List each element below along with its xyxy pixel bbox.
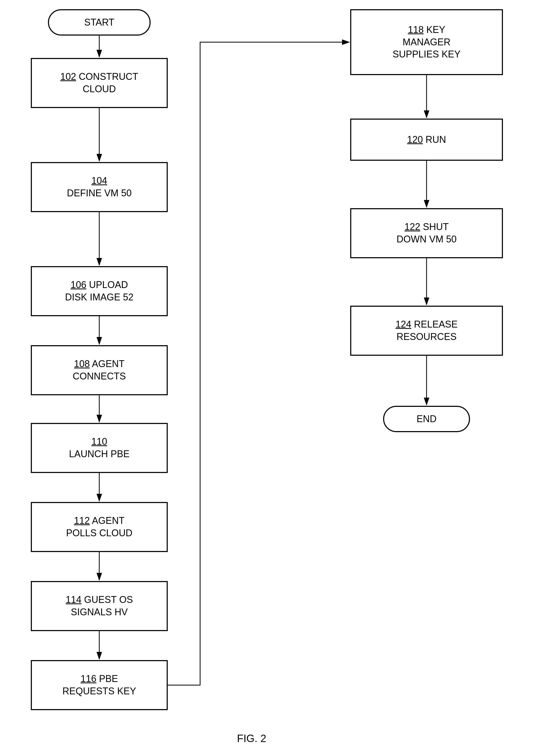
- node-104: 104 DEFINE VM 50: [31, 162, 168, 212]
- node-106-num: 106: [71, 279, 86, 290]
- node-122: 122 SHUTDOWN VM 50: [350, 208, 503, 258]
- node-110-label: LAUNCH PBE: [69, 448, 130, 459]
- node-120-label: RUN: [425, 134, 446, 145]
- diagram-container: START 102 CONSTRUCTCLOUD 104 DEFINE VM 5…: [0, 0, 544, 756]
- node-124: 124 RELEASERESOURCES: [350, 306, 503, 356]
- fig-label: FIG. 2: [237, 733, 266, 744]
- node-120-num: 120: [407, 134, 423, 145]
- node-116-label: PBEREQUESTS KEY: [62, 673, 136, 696]
- node-104-num: 104: [91, 175, 107, 186]
- start-label: START: [80, 14, 119, 31]
- node-112-num: 112: [74, 515, 90, 526]
- node-108-num: 108: [74, 358, 90, 369]
- node-118: 118 KEYMANAGERSUPPLIES KEY: [350, 9, 503, 75]
- node-102-label: CONSTRUCTCLOUD: [79, 71, 138, 94]
- node-104-label: DEFINE VM 50: [67, 188, 132, 198]
- start-node: START: [48, 9, 151, 36]
- node-122-num: 122: [404, 221, 420, 232]
- node-114: 114 GUEST OSSIGNALS HV: [31, 581, 168, 631]
- node-118-label: KEYMANAGERSUPPLIES KEY: [393, 24, 460, 60]
- node-102-num: 102: [60, 71, 76, 82]
- end-node: END: [383, 406, 470, 432]
- node-110-num: 110: [91, 436, 107, 447]
- node-102: 102 CONSTRUCTCLOUD: [31, 58, 168, 108]
- end-label: END: [413, 410, 440, 428]
- node-116-num: 116: [81, 673, 96, 684]
- node-116: 116 PBEREQUESTS KEY: [31, 660, 168, 710]
- node-106: 106 UPLOADDISK IMAGE 52: [31, 266, 168, 316]
- node-124-num: 124: [395, 319, 411, 330]
- node-114-num: 114: [66, 594, 81, 605]
- node-120: 120 RUN: [350, 119, 503, 161]
- node-110: 110 LAUNCH PBE: [31, 423, 168, 473]
- node-112: 112 AGENTPOLLS CLOUD: [31, 502, 168, 552]
- node-108: 108 AGENTCONNECTS: [31, 345, 168, 395]
- node-118-num: 118: [408, 24, 424, 35]
